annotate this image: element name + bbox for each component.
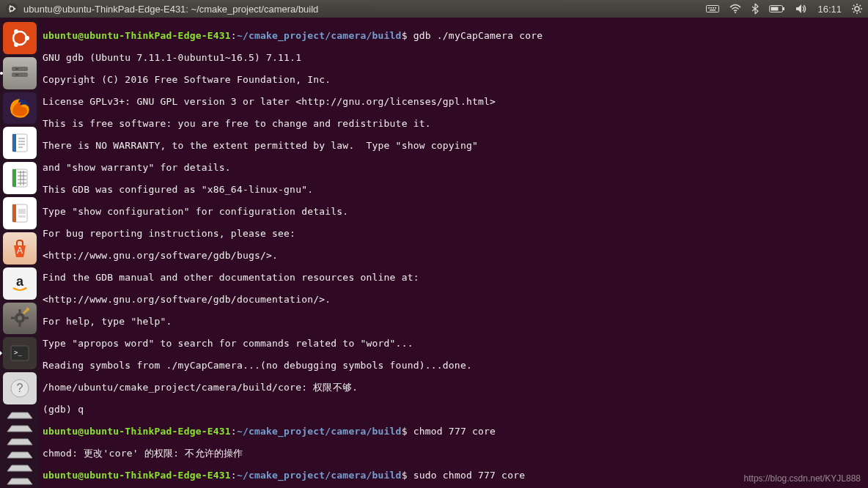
svg-point-4 [10, 10, 12, 12]
svg-point-2 [14, 8, 16, 10]
terminal-line: For bug reporting instructions, please s… [43, 228, 865, 239]
terminal-line: <http://www.gnu.org/software/gdb/documen… [43, 294, 865, 305]
prompt-path: ~/cmake_project/camera/build [237, 30, 402, 41]
terminal-line: This GDB was configured as "x86_64-linux… [43, 184, 865, 195]
terminal-tile[interactable]: >_ [3, 337, 37, 369]
svg-rect-58 [25, 317, 29, 319]
launcher-running-stack [3, 409, 37, 488]
terminal-line: chmod: 更改'core' 的权限: 不允许的操作 [43, 448, 865, 459]
svg-point-15 [855, 7, 859, 11]
svg-rect-40 [12, 169, 16, 187]
svg-rect-29 [12, 73, 28, 77]
top-menubar: ubuntu@ubuntu-ThinkPad-Edge-E431: ~/cmak… [0, 0, 868, 18]
writer-tile[interactable] [3, 127, 37, 159]
svg-rect-14 [771, 7, 779, 11]
terminal-line: For help, type "help". [43, 316, 865, 327]
amazon-tile[interactable]: a [3, 267, 37, 300]
svg-rect-9 [715, 7, 716, 9]
svg-rect-48 [12, 204, 16, 222]
svg-text:>_: >_ [14, 349, 22, 356]
battery-icon[interactable] [769, 4, 785, 13]
terminal-line: There is NO WARRANTY, to the extent perm… [43, 140, 865, 151]
terminal-line: and "show warranty" for details. [43, 162, 865, 173]
window-title: ubuntu@ubuntu-ThinkPad-Edge-E431: ~/cmak… [23, 4, 318, 15]
ubuntu-logo-icon [6, 3, 18, 15]
svg-rect-6 [708, 7, 710, 9]
terminal-line: Find the GDB manual and other documentat… [43, 272, 865, 283]
terminal-line: Reading symbols from ./myCapCamera...(no… [43, 360, 865, 371]
stack-item[interactable] [3, 409, 37, 422]
svg-rect-49 [18, 209, 26, 214]
svg-line-20 [853, 5, 854, 6]
gear-icon[interactable] [852, 4, 862, 14]
watermark: https://blog.csdn.net/KYJL888 [744, 473, 861, 484]
settings-tile[interactable] [3, 303, 37, 335]
svg-point-3 [10, 5, 12, 7]
svg-rect-50 [18, 215, 26, 218]
svg-point-11 [735, 12, 736, 13]
sound-icon[interactable] [795, 4, 807, 14]
svg-rect-34 [12, 134, 16, 152]
svg-rect-7 [710, 7, 712, 9]
command-text: sudo chmod 777 core [413, 470, 526, 481]
svg-text:a: a [16, 274, 24, 289]
terminal-line: ubuntu@ubuntu-ThinkPad-Edge-E431:~/cmake… [43, 426, 865, 437]
terminal-line: ubuntu@ubuntu-ThinkPad-Edge-E431:~/cmake… [43, 470, 865, 481]
terminal-line: /home/ubuntu/cmake_project/camera/build/… [43, 382, 865, 393]
keyboard-icon[interactable] [706, 4, 719, 14]
terminal-line: ubuntu@ubuntu-ThinkPad-Edge-E431:~/cmake… [43, 30, 865, 41]
calc-tile[interactable] [3, 162, 37, 194]
command-text: gdb ./myCapCamera core [413, 30, 543, 41]
terminal-line: Type "show configuration" for configurat… [43, 206, 865, 217]
terminal-line: This is free software: you are free to c… [43, 118, 865, 129]
svg-rect-55 [19, 309, 21, 313]
svg-point-26 [14, 29, 18, 34]
terminal-line: Copyright (C) 2016 Free Software Foundat… [43, 74, 865, 85]
svg-line-21 [860, 12, 861, 12]
command-text: chmod 777 core [413, 426, 496, 437]
terminal-output[interactable]: ubuntu@ubuntu-ThinkPad-Edge-E431:~/cmake… [40, 18, 868, 488]
clock[interactable]: 16:11 [817, 4, 842, 15]
terminal-line: Type "apropos word" to search for comman… [43, 338, 865, 349]
firefox-tile[interactable] [3, 92, 37, 125]
wifi-icon[interactable] [729, 4, 741, 14]
svg-line-23 [860, 5, 861, 6]
svg-point-54 [18, 316, 22, 320]
prompt-user: ubuntu@ubuntu-ThinkPad-Edge-E431 [43, 30, 231, 41]
stack-item[interactable] [3, 448, 37, 462]
svg-marker-68 [7, 465, 32, 471]
terminal-line: License GPLv3+: GNU GPL version 3 or lat… [43, 96, 865, 107]
svg-point-27 [14, 42, 18, 47]
svg-rect-57 [11, 317, 15, 319]
svg-rect-28 [12, 67, 28, 71]
terminal-line: (gdb) q [43, 404, 865, 415]
help-tile[interactable]: ? [3, 372, 37, 404]
svg-text:?: ? [17, 382, 23, 394]
svg-rect-31 [15, 74, 18, 75]
stack-item[interactable] [3, 422, 37, 435]
software-tile[interactable]: A [3, 232, 37, 265]
svg-marker-65 [7, 426, 32, 432]
stack-item[interactable] [3, 462, 37, 475]
dash-tile[interactable] [3, 22, 37, 54]
svg-line-22 [853, 12, 854, 12]
svg-marker-67 [7, 452, 32, 458]
stack-item[interactable] [3, 475, 37, 488]
terminal-line: <http://www.gnu.org/software/gdb/bugs/>. [43, 250, 865, 261]
stack-item[interactable] [3, 435, 37, 448]
launcher: A a >_ ? [0, 18, 40, 488]
svg-rect-30 [15, 68, 18, 70]
svg-point-25 [25, 36, 29, 40]
svg-rect-5 [707, 6, 719, 12]
svg-marker-66 [7, 439, 32, 445]
svg-text:A: A [17, 245, 23, 256]
bluetooth-icon[interactable] [751, 3, 759, 15]
svg-marker-64 [7, 413, 32, 418]
files-tile[interactable] [3, 57, 37, 89]
svg-marker-69 [7, 478, 32, 484]
svg-rect-56 [19, 323, 21, 327]
terminal-line: GNU gdb (Ubuntu 7.11.1-0ubuntu1~16.5) 7.… [43, 52, 865, 63]
impress-tile[interactable] [3, 197, 37, 229]
svg-rect-8 [713, 7, 714, 9]
svg-rect-10 [710, 10, 716, 11]
